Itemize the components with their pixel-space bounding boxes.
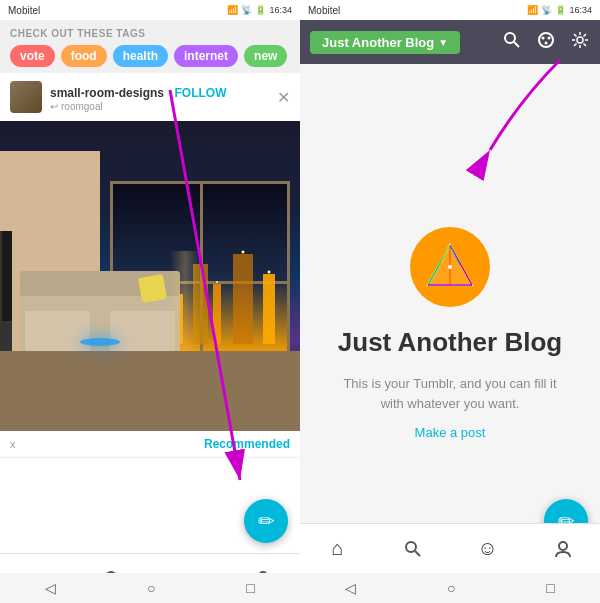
right-nav-bar: ⌂ ☺ (300, 523, 600, 573)
avatar-image (10, 81, 42, 113)
palette-icon (536, 30, 556, 50)
recommended-label: Recommended (204, 437, 290, 451)
battery-icon: 🔋 (255, 5, 266, 15)
right-search-icon (403, 539, 423, 559)
post-username[interactable]: small-room-designs (50, 86, 164, 100)
post-meta: small-room-designs FOLLOW ↩ roomgoal (50, 83, 226, 112)
left-time: 16:34 (269, 5, 292, 15)
make-post-link[interactable]: Make a post (415, 425, 486, 440)
right-wifi-icon: 📡 (541, 5, 552, 15)
post-username-row: small-room-designs FOLLOW (50, 83, 226, 101)
home-circle-icon[interactable]: ○ (147, 580, 155, 596)
post-card: small-room-designs FOLLOW ↩ roomgoal ✕ (0, 73, 300, 458)
left-system-nav: ◁ ○ □ (0, 573, 300, 603)
reblog-icon: ↩ (50, 101, 58, 112)
post-x-label: x (10, 438, 16, 450)
right-nav-profile[interactable] (543, 529, 583, 569)
post-image (0, 121, 300, 431)
tag-internet[interactable]: internet (174, 45, 238, 67)
tag-food[interactable]: food (61, 45, 107, 67)
left-screen: Mobitel 📶 📡 🔋 16:34 CHECK OUT THESE TAGS… (0, 0, 300, 603)
room-floor (0, 351, 300, 431)
right-battery-icon: 🔋 (555, 5, 566, 15)
tag-vote[interactable]: vote (10, 45, 55, 67)
svg-rect-5 (213, 284, 221, 344)
blog-title: Just Another Blog (338, 327, 562, 358)
svg-point-24 (542, 36, 545, 39)
sofa-cushion-right (110, 311, 175, 351)
right-status-bar: Mobitel 📶 📡 🔋 16:34 (300, 0, 600, 20)
post-avatar (10, 81, 42, 113)
svg-point-14 (242, 251, 245, 254)
svg-line-22 (514, 42, 519, 47)
close-button[interactable]: ✕ (277, 88, 290, 107)
svg-point-25 (548, 36, 551, 39)
left-status-bar: Mobitel 📶 📡 🔋 16:34 (0, 0, 300, 20)
svg-point-39 (559, 542, 567, 550)
svg-point-26 (545, 41, 548, 44)
svg-point-21 (505, 33, 515, 43)
settings-top-icon[interactable] (570, 30, 590, 55)
post-header-left: small-room-designs FOLLOW ↩ roomgoal (10, 81, 226, 113)
svg-point-13 (216, 281, 218, 283)
right-nav-emoji[interactable]: ☺ (468, 529, 508, 569)
svg-point-23 (539, 33, 553, 47)
right-carrier: Mobitel (308, 5, 340, 16)
right-nav-home[interactable]: ⌂ (318, 529, 358, 569)
left-fab-button[interactable]: ✏ (244, 499, 288, 543)
room-scene (0, 171, 300, 431)
svg-point-27 (577, 37, 583, 43)
back-icon[interactable]: ◁ (45, 580, 56, 596)
wifi-icon: 📡 (241, 5, 252, 15)
blue-light (80, 338, 120, 346)
blog-selector-text: Just Another Blog (322, 35, 434, 50)
right-signal-icon: 📶 (527, 5, 538, 15)
search-top-icon[interactable] (502, 30, 522, 55)
right-top-bar: Just Another Blog ▼ (300, 20, 600, 64)
follow-button[interactable]: FOLLOW (174, 86, 226, 100)
blog-description: This is your Tumblr, and you can fill it… (340, 374, 560, 413)
dropdown-chevron-icon: ▼ (438, 37, 448, 48)
tv-screen (2, 231, 12, 321)
right-nav-search[interactable] (393, 529, 433, 569)
tag-new[interactable]: new (244, 45, 287, 67)
svg-point-34 (448, 265, 452, 269)
post-source: ↩ roomgoal (50, 101, 226, 112)
top-bar-icons (502, 30, 590, 55)
sofa-cushion-left (25, 311, 90, 351)
sofa-pillow (138, 274, 167, 303)
tv-stand (0, 231, 12, 351)
right-home-circle-icon[interactable]: ○ (447, 580, 455, 596)
settings-icon (570, 30, 590, 50)
recents-icon[interactable]: □ (246, 580, 254, 596)
left-carrier: Mobitel (8, 5, 40, 16)
right-time: 16:34 (569, 5, 592, 15)
tags-label: CHECK OUT THESE TAGS (10, 28, 290, 39)
svg-point-15 (268, 271, 271, 274)
right-back-icon[interactable]: ◁ (345, 580, 356, 596)
lamp-glow (170, 251, 200, 351)
left-fab-icon: ✏ (258, 509, 275, 533)
blog-avatar (410, 227, 490, 307)
svg-line-38 (415, 551, 420, 556)
blog-selector[interactable]: Just Another Blog ▼ (310, 31, 460, 54)
signal-icon: 📶 (227, 5, 238, 15)
right-screen: Mobitel 📶 📡 🔋 16:34 Just Another Blog ▼ (300, 0, 600, 603)
post-source-text: roomgoal (61, 101, 103, 112)
svg-rect-7 (263, 274, 275, 344)
right-recents-icon[interactable]: □ (546, 580, 554, 596)
svg-point-37 (406, 542, 416, 552)
tag-health[interactable]: health (113, 45, 168, 67)
search-icon-right (502, 30, 522, 50)
right-status-icons: 📶 📡 🔋 16:34 (527, 5, 592, 15)
left-status-icons: 📶 📡 🔋 16:34 (227, 5, 292, 15)
post-header: small-room-designs FOLLOW ↩ roomgoal ✕ (0, 73, 300, 121)
palette-top-icon[interactable] (536, 30, 556, 55)
right-profile-icon (553, 539, 573, 559)
svg-rect-6 (233, 254, 253, 344)
blog-avatar-logo (420, 237, 480, 297)
post-footer: x Recommended (0, 431, 300, 457)
tags-section: CHECK OUT THESE TAGS vote food health in… (0, 20, 300, 73)
right-system-nav: ◁ ○ □ (300, 573, 600, 603)
tags-row: vote food health internet new (10, 45, 290, 67)
